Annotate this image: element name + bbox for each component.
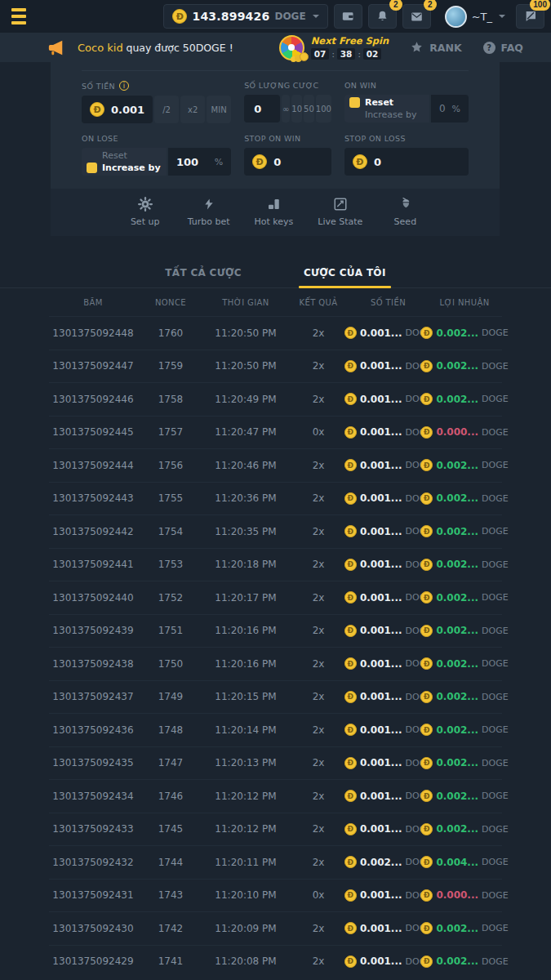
bet-count-input[interactable]: 0 (244, 95, 280, 122)
table-row[interactable]: 1301375092432 1744 11:20:11 PM 2x 0.002.… (49, 845, 502, 879)
table-row[interactable]: 1301375092431 1743 11:20:10 PM 0x 0.001.… (49, 879, 502, 912)
cell-result: 2x (287, 625, 349, 636)
doge-coin-icon (344, 492, 357, 505)
tab-my-bets[interactable]: CƯỢC CỦA TÔI (299, 259, 391, 287)
table-row[interactable]: 1301375092446 1758 11:20:49 PM 2x 0.001.… (49, 382, 502, 416)
tab-all-bets[interactable]: TẤT CẢ CƯỢC (160, 259, 247, 287)
table-row[interactable]: 1301375092442 1754 11:20:35 PM 2x 0.001.… (49, 514, 502, 548)
currency-label: DOGE (482, 923, 509, 933)
on-lose-value-input[interactable]: 100 % (168, 148, 231, 176)
table-row[interactable]: 1301375092436 1748 11:20:14 PM 2x 0.001.… (49, 713, 502, 746)
tool-setup[interactable]: Set up (127, 197, 163, 227)
on-win-reset-option[interactable]: Reset (349, 97, 424, 108)
cell-result: 2x (287, 360, 349, 372)
table-row[interactable]: 1301375092438 1750 11:20:16 PM 2x 0.001.… (49, 647, 502, 680)
cell-time: 11:20:11 PM (204, 857, 287, 868)
on-lose-reset-option[interactable]: Reset (87, 150, 162, 161)
amount-value: 0.002... (360, 857, 402, 868)
tool-live-state[interactable]: Live State (318, 197, 362, 227)
cell-result: 2x (287, 691, 349, 702)
half-bet-button[interactable]: /2 (154, 96, 179, 123)
timer-seconds: 02 (363, 48, 382, 60)
wallet-button[interactable] (334, 4, 362, 29)
currency-label: DOGE (482, 890, 509, 901)
cell-profit: 0.002... DOGE (427, 360, 502, 372)
user-menu[interactable]: ~T_ (445, 6, 505, 28)
announcement-right: Next Free Spin 07:38:02 RANK FAQ (279, 35, 523, 60)
amount-value: 0.001... (360, 791, 402, 802)
table-row[interactable]: 1301375092434 1746 11:20:12 PM 2x 0.001.… (49, 779, 502, 813)
menu-icon[interactable] (11, 8, 33, 24)
cell-nonce: 1755 (137, 492, 204, 504)
free-spin-timer: 07:38:02 (311, 48, 389, 60)
bets-50-button[interactable]: 50 (304, 95, 314, 122)
cell-hash: 1301375092444 (49, 460, 137, 471)
table-row[interactable]: 1301375092430 1742 11:20:09 PM 2x 0.001.… (49, 911, 502, 945)
bets-10-button[interactable]: 10 (291, 95, 302, 122)
cell-time: 11:20:46 PM (204, 460, 287, 471)
table-row[interactable]: 1301375092433 1745 11:20:12 PM 2x 0.001.… (49, 813, 502, 846)
timer-minutes: 38 (337, 48, 356, 60)
tool-hot-keys[interactable]: Hot keys (254, 197, 293, 227)
table-row[interactable]: 1301375092444 1756 11:20:46 PM 2x 0.001.… (49, 448, 502, 482)
table-row[interactable]: 1301375092441 1753 11:20:18 PM 2x 0.001.… (49, 548, 502, 581)
table-row[interactable]: 1301375092437 1749 11:20:15 PM 2x 0.001.… (49, 680, 502, 714)
on-lose-increase-option[interactable]: Increase by (87, 163, 162, 173)
cell-hash: 1301375092438 (49, 658, 137, 670)
cell-amount: 0.002... DOGE (349, 856, 427, 868)
stop-on-win-input[interactable]: 0 (244, 148, 331, 176)
table-row[interactable]: 1301375092447 1759 11:20:50 PM 2x 0.001.… (49, 350, 502, 383)
bet-amount-value: 0.001 (111, 104, 144, 116)
bet-panel-body: SỐ TIỀN 0.001 /2 x2 MIN SỐ LƯỢNG CƯỢC (51, 62, 500, 189)
doge-coin-icon (344, 393, 357, 405)
cell-profit: 0.002... DOGE (427, 691, 502, 703)
cell-time: 11:20:12 PM (204, 823, 287, 835)
table-row[interactable]: 1301375092435 1747 11:20:13 PM 2x 0.001.… (49, 746, 502, 780)
cell-result: 2x (287, 724, 349, 736)
infinite-bets-button[interactable]: ∞ (282, 95, 290, 122)
tool-seed[interactable]: Seed (387, 197, 423, 227)
faq-link[interactable]: FAQ (483, 42, 523, 54)
on-win-value: 0 (439, 103, 446, 114)
cell-profit: 0.004... DOGE (427, 856, 502, 868)
cell-profit: 0.002... DOGE (427, 625, 502, 637)
balance-selector[interactable]: 143.899426 DOGE (163, 4, 327, 29)
table-row[interactable]: 1301375092443 1755 11:20:36 PM 2x 0.001.… (49, 482, 502, 515)
table-row[interactable]: 1301375092439 1751 11:20:16 PM 2x 0.001.… (49, 614, 502, 648)
bet-amount-input[interactable]: 0.001 (82, 96, 153, 123)
cell-profit: 0.002... DOGE (427, 525, 502, 537)
on-win-value-input[interactable]: 0 % (431, 95, 469, 122)
table-row[interactable]: 1301375092448 1760 11:20:50 PM 2x 0.001.… (49, 316, 502, 350)
amount-value: 0.001... (360, 889, 402, 901)
cell-time: 11:20:12 PM (204, 791, 287, 802)
notifications-button[interactable]: 2 (368, 4, 397, 29)
double-bet-button[interactable]: x2 (180, 96, 205, 123)
cell-amount: 0.001... DOGE (349, 956, 427, 968)
messages-button[interactable]: 2 (402, 4, 431, 29)
min-bet-button[interactable]: MIN (207, 96, 231, 123)
cell-result: 2x (287, 327, 349, 339)
tool-turbo-bet[interactable]: Turbo bet (188, 197, 230, 227)
free-spin-widget[interactable]: Next Free Spin 07:38:02 (279, 35, 389, 60)
table-row[interactable]: 1301375092440 1752 11:20:17 PM 2x 0.001.… (49, 581, 502, 614)
profit-value: 0.002... (436, 658, 478, 670)
bets-100-button[interactable]: 100 (316, 95, 331, 122)
chat-button[interactable]: 100 (516, 4, 544, 29)
on-win-increase-option[interactable]: Increase by (349, 109, 424, 120)
rank-link[interactable]: RANK (410, 41, 461, 54)
cell-nonce: 1757 (137, 426, 204, 438)
table-row[interactable]: 1301375092429 1741 11:20:08 PM 2x 0.001.… (49, 945, 502, 978)
table-body: 1301375092448 1760 11:20:50 PM 2x 0.001.… (49, 316, 502, 978)
doge-coin-icon (344, 757, 357, 769)
info-icon[interactable] (119, 81, 129, 91)
cell-time: 11:20:14 PM (204, 724, 287, 736)
table-row[interactable]: 1301375092445 1757 11:20:47 PM 0x 0.001.… (49, 416, 502, 449)
stop-on-loss-input[interactable]: 0 (344, 148, 469, 176)
amount-value: 0.001... (360, 956, 402, 967)
cell-amount: 0.001... DOGE (349, 360, 427, 372)
doge-coin-icon (420, 393, 433, 405)
stop-on-loss-label: STOP ON LOSS (344, 134, 406, 143)
messages-badge: 2 (424, 0, 437, 11)
doge-coin-icon (420, 691, 433, 703)
doge-coin-icon (344, 591, 357, 604)
